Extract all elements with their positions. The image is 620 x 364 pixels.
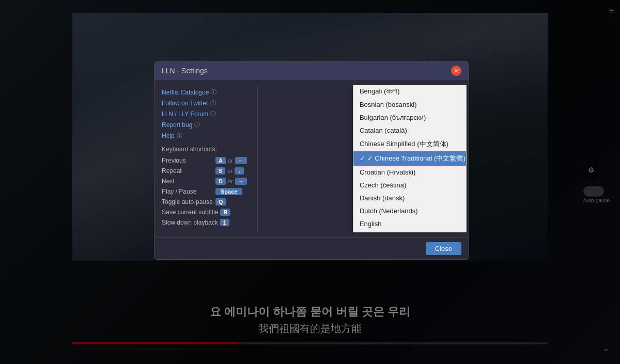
dialog-body: Netflix Catalogue ⓘ Follow on Twitter ⓘ … [154, 80, 469, 238]
arrow-right-icon: → [235, 178, 247, 185]
close-icon: ✕ [454, 67, 459, 75]
info-icon-1: ⓘ [211, 88, 216, 96]
key-1: 1 [220, 219, 229, 226]
shortcut-slow-playback: Slow down playback 1 [162, 219, 250, 226]
keyboard-shortcuts-heading: Keyboard shortcuts: [162, 146, 250, 153]
key-s: S [215, 167, 225, 175]
info-icon-3: ⓘ [210, 110, 216, 118]
language-option[interactable]: Dutch (Nederlands) [353, 204, 466, 217]
info-icon-2: ⓘ [210, 99, 216, 107]
shortcut-previous: Previous A or ← [162, 157, 250, 164]
link-label: Help [162, 132, 175, 139]
sidebar-item-forum[interactable]: LLN / LLY Forum ⓘ [162, 110, 250, 118]
key-r: R [220, 209, 230, 216]
sidebar-item-report-bug[interactable]: Report bug ⓘ [162, 121, 250, 129]
language-option[interactable]: Catalan (català) [353, 124, 466, 137]
dialog-title: LLN - Settings [162, 67, 208, 75]
language-option[interactable]: Bulgarian (български) [353, 111, 466, 124]
shortcut-label-next: Next [162, 178, 213, 185]
language-option[interactable]: Chinese Simplified (中文简体) [353, 137, 466, 151]
key-a: A [215, 157, 226, 164]
or-text-2: or [227, 168, 233, 174]
sidebar-item-help[interactable]: Help ⓘ [162, 132, 250, 139]
shortcut-label-play-pause: Play / Pause [162, 188, 213, 195]
shortcut-label-toggle-auto-pause: Toggle auto-pause [162, 198, 213, 205]
sidebar-item-netflix-catalogue[interactable]: Netflix Catalogue ⓘ [162, 88, 250, 96]
link-label: LLN / LLY Forum [162, 110, 208, 118]
shortcut-toggle-auto-pause: Toggle auto-pause Q [162, 198, 250, 205]
language-option[interactable]: Estonian (eesti keel) [353, 230, 466, 232]
language-option[interactable]: Czech (čeština) [353, 179, 466, 192]
language-option[interactable]: ✓ Chinese Traditional (中文繁體) [353, 151, 466, 166]
key-d: D [215, 178, 226, 185]
info-icon-4: ⓘ [194, 121, 200, 129]
shortcut-play-pause: Play / Pause Space [162, 188, 250, 195]
shortcut-save-subtitle: Save current subtitle R [162, 209, 250, 216]
dialog-settings-panel: Sign in status: Not Signed in Sign in Mo… [258, 85, 469, 232]
or-text-3: or [228, 178, 233, 184]
shortcut-next: Next D or → [162, 178, 250, 185]
link-label: Netflix Catalogue [162, 89, 209, 96]
arrow-left-icon: ← [235, 157, 247, 164]
key-space: Space [215, 188, 242, 195]
shortcut-repeat: Repeat S or ↓ [162, 167, 250, 175]
dialog-header: LLN - Settings ✕ [154, 61, 469, 80]
arrow-down-icon: ↓ [235, 167, 244, 175]
shortcut-label-save-subtitle: Save current subtitle [162, 209, 218, 216]
language-option[interactable]: Bengali (বাংলা) [353, 85, 466, 98]
language-option[interactable]: Bosnian (bosanski) [353, 98, 466, 111]
dialog-footer: Close [154, 238, 469, 259]
close-button-main[interactable]: Close [426, 242, 461, 255]
or-text-1: or [228, 157, 233, 164]
dialog-close-button[interactable]: ✕ [451, 66, 461, 76]
link-label: Report bug [162, 121, 192, 129]
shortcut-label-repeat: Repeat [162, 167, 213, 175]
language-dropdown-list[interactable]: AfrikaansArabic (العربية)Bengali (বাংলা)… [353, 85, 467, 232]
link-label: Follow on Twitter [162, 100, 208, 107]
language-option[interactable]: English [353, 217, 466, 230]
language-option[interactable]: Danish (dansk) [353, 192, 466, 204]
settings-dialog: LLN - Settings ✕ Netflix Catalogue ⓘ Fol… [154, 61, 469, 260]
info-icon-5: ⓘ [177, 132, 182, 139]
shortcut-label-previous: Previous [162, 157, 213, 164]
sidebar-item-twitter[interactable]: Follow on Twitter ⓘ [162, 99, 250, 107]
key-q: Q [215, 198, 226, 205]
language-option[interactable]: Croatian (Hrvatski) [353, 166, 466, 179]
dialog-sidebar: Netflix Catalogue ⓘ Follow on Twitter ⓘ … [154, 85, 258, 232]
shortcut-label-slow-playback: Slow down playback [162, 219, 218, 226]
